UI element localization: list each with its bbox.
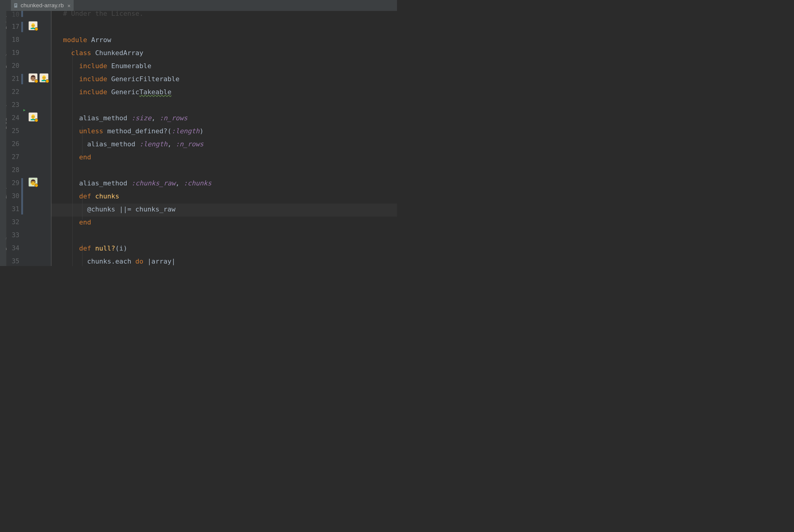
annotation-avatar[interactable]: 👨‍🦲 bbox=[29, 112, 38, 121]
vcs-change-marker[interactable] bbox=[21, 74, 23, 84]
line-number: 32 bbox=[7, 218, 19, 226]
main-area: Project Commit Pull Requests Structure F… bbox=[0, 11, 397, 266]
tab-filename: chunked-array.rb bbox=[21, 2, 64, 9]
line-number: 35 bbox=[7, 258, 19, 265]
code-line: unless method_defined?(:length) bbox=[63, 127, 204, 135]
line-number: 22 bbox=[7, 88, 19, 95]
code-line: module Arrow bbox=[63, 36, 111, 44]
code-line: @chunks ||= chunks_raw bbox=[63, 205, 175, 213]
line-number: 24 bbox=[7, 114, 19, 121]
code-line: chunks.each do |array| bbox=[63, 258, 175, 265]
line-number: 19 bbox=[7, 49, 19, 56]
editor-tab[interactable]: chunked-array.rb × bbox=[11, 0, 74, 11]
annotation-avatar[interactable]: 👨 bbox=[29, 177, 38, 187]
line-number: 17 bbox=[7, 23, 19, 30]
line-number: 21 bbox=[7, 75, 19, 82]
vcs-change-marker[interactable] bbox=[21, 22, 23, 32]
line-number: 20 bbox=[7, 62, 19, 69]
close-icon[interactable]: × bbox=[67, 2, 71, 9]
code-line: alias_method :size, :n_rows bbox=[63, 114, 188, 122]
code-line: class ChunkedArray bbox=[63, 49, 143, 57]
line-number: 34 bbox=[7, 245, 19, 252]
code-line: def null?(i) bbox=[63, 245, 127, 252]
svg-rect-3 bbox=[15, 5, 16, 6]
editor-gutter: 10 17 18 19 20 21 22 23 24 25 26 27 28 2… bbox=[7, 11, 52, 266]
line-number: 30 bbox=[7, 192, 19, 200]
code-line: include Enumerable bbox=[63, 62, 151, 70]
code-line: # Under the License. bbox=[63, 10, 143, 17]
annotation-avatar[interactable]: 👨‍🦲 bbox=[29, 21, 38, 30]
code-line: alias_method :chunks_raw, :chunks bbox=[63, 179, 211, 187]
line-number: 10 bbox=[7, 11, 19, 18]
code-line: include GenericTakeable bbox=[63, 88, 172, 96]
line-number: 26 bbox=[7, 140, 19, 148]
code-line: end bbox=[63, 218, 91, 226]
line-number: 33 bbox=[7, 231, 19, 239]
annotation-avatar[interactable]: 👨🏽 bbox=[29, 73, 38, 82]
code-line: def chunks bbox=[63, 192, 119, 200]
line-number: 28 bbox=[7, 166, 19, 174]
line-number: 29 bbox=[7, 179, 19, 187]
line-number: 31 bbox=[7, 205, 19, 213]
vcs-change-marker[interactable] bbox=[21, 178, 23, 214]
line-number: 23 bbox=[7, 101, 19, 109]
vcs-change-marker[interactable] bbox=[21, 11, 23, 17]
run-gutter-icon[interactable]: ▶ bbox=[23, 108, 25, 112]
code-line: include GenericFilterable bbox=[63, 75, 179, 83]
line-number: 18 bbox=[7, 36, 19, 43]
code-line: alias_method :length, :n_rows bbox=[63, 140, 204, 148]
tab-bar: chunked-array.rb × bbox=[0, 0, 397, 11]
line-number: 27 bbox=[7, 153, 19, 160]
annotation-avatar[interactable]: 👨‍🦲 bbox=[39, 73, 49, 82]
svg-rect-2 bbox=[15, 5, 17, 5]
code-editor[interactable]: # Under the License. module Arrow class … bbox=[52, 11, 397, 266]
code-line: end bbox=[63, 153, 91, 161]
tool-window-bar: Project Commit Pull Requests Structure F… bbox=[0, 11, 7, 266]
line-number: 25 bbox=[7, 127, 19, 134]
file-icon bbox=[13, 3, 18, 8]
